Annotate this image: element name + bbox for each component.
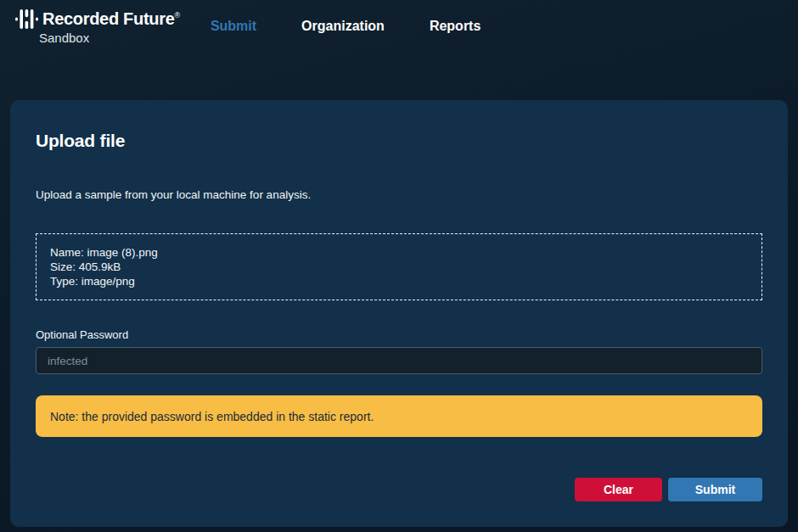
note-banner: Note: the provided password is embedded …: [36, 395, 762, 437]
brand-product-label: Sandbox: [39, 31, 180, 45]
brand-name: Recorded Future®: [42, 9, 180, 29]
nav-item-organization[interactable]: Organization: [301, 19, 385, 34]
top-nav: Recorded Future® Sandbox Submit Organiza…: [0, 0, 798, 72]
file-name: Name: image (8).png: [50, 245, 748, 260]
password-label: Optional Password: [36, 328, 762, 341]
clear-button[interactable]: Clear: [575, 478, 662, 501]
upload-description: Upload a sample from your local machine …: [36, 188, 762, 201]
note-text: Note: the provided password is embedded …: [50, 410, 374, 423]
upload-card: Upload file Upload a sample from your lo…: [10, 100, 788, 527]
action-buttons-row: Clear Submit: [36, 478, 762, 501]
main-nav: Submit Organization Reports: [211, 8, 480, 34]
page-title: Upload file: [36, 131, 762, 151]
brand-block: Recorded Future® Sandbox: [15, 8, 180, 45]
file-size: Size: 405.9kB: [50, 260, 748, 274]
submit-button[interactable]: Submit: [668, 478, 762, 501]
recorded-future-logo-icon: [15, 9, 38, 29]
trademark-symbol: ®: [175, 11, 180, 20]
nav-item-reports[interactable]: Reports: [430, 19, 480, 34]
file-info-box: Name: image (8).png Size: 405.9kB Type: …: [36, 233, 762, 300]
password-input[interactable]: [36, 347, 762, 374]
file-type: Type: image/png: [50, 274, 748, 288]
nav-item-submit[interactable]: Submit: [211, 19, 256, 34]
